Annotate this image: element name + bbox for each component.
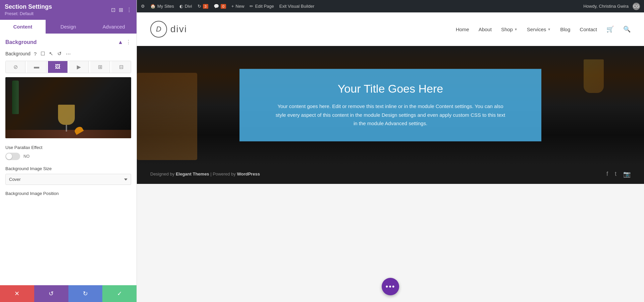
bg-type-image[interactable]: 🖼 xyxy=(48,61,68,73)
search-icon[interactable]: 🔍 xyxy=(623,26,631,33)
nav-blog[interactable]: Blog xyxy=(560,27,570,32)
help-icon[interactable]: ? xyxy=(33,50,37,57)
nav-about[interactable]: About xyxy=(479,27,492,32)
footer-social: f t 📷 xyxy=(606,170,631,178)
parallax-field: Use Parallax Effect NO xyxy=(5,145,131,160)
background-section-title: Background xyxy=(5,39,37,45)
admin-bar: ⚙ 🏠 My Sites ◐ Divi ↻ 3 💬 0 + New ✏ Edit… xyxy=(137,0,644,12)
wordpress-link[interactable]: WordPress xyxy=(237,171,260,177)
divi-menu[interactable]: ◐ Divi xyxy=(179,4,192,9)
panel-body: Background ▲ ⋮ Background ? ☐ ↖ ↺ ⋯ ⊘ ▬ … xyxy=(0,34,137,285)
instagram-icon[interactable]: 📷 xyxy=(623,170,631,178)
elegant-themes-link[interactable]: Elegant Themes xyxy=(176,171,209,177)
hero-body: Your content goes here. Edit or remove t… xyxy=(273,102,508,128)
hero-content-box[interactable]: Your Title Goes Here Your content goes h… xyxy=(239,69,541,142)
site-logo[interactable]: D divi xyxy=(150,21,187,38)
house-icon: 🏠 xyxy=(150,4,156,9)
cart-icon[interactable]: 🛒 xyxy=(606,26,614,33)
bg-type-gradient[interactable]: ⊞ xyxy=(90,61,110,73)
bg-image-position-label: Background Image Position xyxy=(5,191,131,196)
bg-type-pattern[interactable]: ⊟ xyxy=(111,61,131,73)
nav-shop[interactable]: Shop ▼ xyxy=(501,27,518,32)
shop-dropdown-arrow: ▼ xyxy=(514,28,518,31)
admin-avatar[interactable]: CG xyxy=(633,3,640,10)
toggle-state-label: NO xyxy=(23,154,30,159)
more-options-icon[interactable]: ⋯ xyxy=(65,50,71,57)
bg-image-size-field: Background Image Size Cover Contain Auto… xyxy=(5,166,131,185)
hero-section[interactable]: Your Title Goes Here Your content goes h… xyxy=(137,46,644,164)
exit-builder-button[interactable]: Exit Visual Builder xyxy=(279,4,315,9)
section-menu-icon[interactable]: ⋮ xyxy=(126,39,131,45)
admin-bar-right: Howdy, Christina Gwira CG xyxy=(583,3,640,10)
undo-button[interactable]: ↺ xyxy=(34,285,68,302)
parallax-toggle-row: NO xyxy=(5,153,131,160)
pointer-icon[interactable]: ↖ xyxy=(48,50,54,57)
below-fold-area: ••• xyxy=(137,184,644,302)
my-sites-menu[interactable]: 🏠 My Sites xyxy=(150,4,174,9)
cocktail-glass-decoration xyxy=(56,105,76,132)
panel-footer: ✕ ↺ ↻ ✓ xyxy=(0,285,137,302)
cancel-button[interactable]: ✕ xyxy=(0,285,34,302)
bg-type-video[interactable]: ▶ xyxy=(69,61,89,73)
save-button[interactable]: ✓ xyxy=(102,285,137,302)
nav-home[interactable]: Home xyxy=(456,27,469,32)
resize-icon[interactable]: ⊡ xyxy=(111,7,115,13)
bottle-decoration xyxy=(12,81,19,114)
hero-glass-decoration-right xyxy=(564,46,624,120)
updates-icon[interactable]: ↻ 3 xyxy=(198,4,208,9)
logo-circle: D xyxy=(150,21,167,38)
wp-icon[interactable]: ⚙ xyxy=(141,4,145,9)
settings-panel: Section Settings Preset: Default ⊡ ⊞ ⋮ C… xyxy=(0,0,137,302)
background-label: Background xyxy=(5,51,31,56)
bg-image-size-select[interactable]: Cover Contain Auto Custom xyxy=(5,174,131,185)
logo-text: divi xyxy=(170,24,187,35)
panel-tabs: Content Design Advanced xyxy=(0,19,137,34)
bg-type-color[interactable]: ▬ xyxy=(27,61,47,73)
panel-header: Section Settings Preset: Default ⊡ ⊞ ⋮ xyxy=(0,0,137,19)
panel-title: Section Settings xyxy=(5,3,52,10)
toggle-knob xyxy=(6,153,12,159)
footer-credit: Designed by Elegant Themes | Powered by … xyxy=(150,171,260,177)
comments-count: 0 xyxy=(221,4,226,9)
preview-panel: ⚙ 🏠 My Sites ◐ Divi ↻ 3 💬 0 + New ✏ Edit… xyxy=(137,0,644,302)
floating-dots-button[interactable]: ••• xyxy=(382,278,399,295)
site-footer: Designed by Elegant Themes | Powered by … xyxy=(137,164,644,184)
background-label-row: Background ? ☐ ↖ ↺ ⋯ xyxy=(5,50,131,57)
mobile-icon[interactable]: ☐ xyxy=(40,50,46,57)
more-icon[interactable]: ⋮ xyxy=(126,7,132,13)
facebook-icon[interactable]: f xyxy=(606,170,608,178)
bg-type-none[interactable]: ⊘ xyxy=(6,61,25,73)
tab-design[interactable]: Design xyxy=(46,19,91,34)
nav-contact[interactable]: Contact xyxy=(580,27,597,32)
twitter-icon[interactable]: t xyxy=(615,170,616,178)
bg-image-position-field: Background Image Position xyxy=(5,191,131,196)
collapse-icon[interactable]: ▲ xyxy=(118,39,123,45)
background-type-row: ⊘ ▬ 🖼 ▶ ⊞ ⊟ xyxy=(5,61,131,73)
parallax-label: Use Parallax Effect xyxy=(5,145,131,150)
nav-services[interactable]: Services ▼ xyxy=(527,27,551,32)
bg-image-size-label: Background Image Size xyxy=(5,166,131,171)
parallax-toggle[interactable] xyxy=(5,153,20,160)
services-dropdown-arrow: ▼ xyxy=(547,28,551,31)
comments-menu[interactable]: 💬 0 xyxy=(214,4,226,9)
howdy-text: Howdy, Christina Gwira xyxy=(583,4,629,9)
panel-preset[interactable]: Preset: Default xyxy=(5,11,52,16)
new-menu[interactable]: + New xyxy=(231,4,245,9)
site-nav: Home About Shop ▼ Services ▼ Blog Contac… xyxy=(456,26,631,33)
hero-title: Your Title Goes Here xyxy=(260,83,521,96)
site-header: D divi Home About Shop ▼ Services ▼ Blog xyxy=(137,12,644,46)
redo-button[interactable]: ↻ xyxy=(68,285,103,302)
tab-advanced[interactable]: Advanced xyxy=(91,19,137,34)
updates-count: 3 xyxy=(203,4,208,9)
background-image-preview[interactable] xyxy=(5,77,131,138)
background-section-header: Background ▲ ⋮ xyxy=(5,39,131,45)
undo-field-icon[interactable]: ↺ xyxy=(57,50,62,57)
edit-page-link[interactable]: ✏ Edit Page xyxy=(250,4,274,9)
panel-header-icons: ⊡ ⊞ ⋮ xyxy=(111,7,132,13)
grid-icon[interactable]: ⊞ xyxy=(119,7,123,13)
hero-glass-decoration-left xyxy=(137,73,197,160)
divi-icon: ◐ xyxy=(179,4,183,9)
tab-content[interactable]: Content xyxy=(0,19,46,34)
